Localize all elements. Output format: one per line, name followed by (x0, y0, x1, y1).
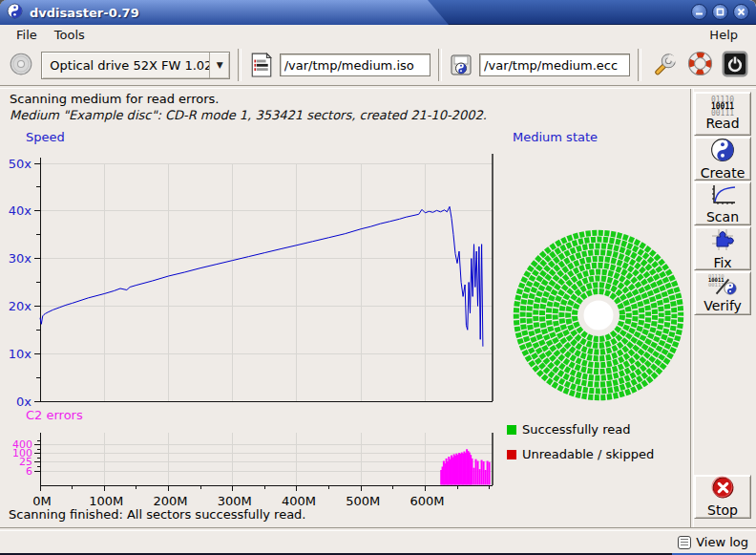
scan-curve-icon (709, 183, 736, 210)
menu-help[interactable]: Help (701, 27, 746, 43)
create-button-label: Create (701, 166, 746, 181)
power-icon (722, 51, 748, 80)
ecc-file-icon (450, 53, 473, 77)
legend-swatch-unreadable (507, 450, 516, 459)
create-button[interactable]: Create (694, 137, 751, 181)
legend-item-unreadable: Unreadable / skipped (507, 447, 654, 461)
menubar: File Tools Help (0, 25, 756, 45)
svg-text:30x: 30x (9, 251, 32, 266)
legend-swatch-success (507, 425, 516, 435)
view-log-button[interactable]: View log (678, 535, 748, 549)
lifebuoy-icon (687, 51, 713, 79)
titlebar[interactable]: dvdisaster-0.79 (0, 0, 756, 25)
app-window: dvdisaster-0.79 File Tools Help (0, 0, 756, 555)
svg-text:0M: 0M (32, 494, 52, 508)
iso-path-input[interactable] (280, 53, 430, 76)
window-title: dvdisaster-0.79 (30, 6, 139, 20)
wrench-icon (652, 52, 677, 79)
client-area: Scanning medium for read errors. Medium … (0, 89, 756, 527)
main-panel: Scanning medium for read errors. Medium … (7, 89, 690, 527)
scan-button-label: Scan (706, 210, 739, 224)
preferences-button[interactable] (649, 50, 679, 80)
svg-text:400: 400 (12, 438, 32, 451)
help-button[interactable] (684, 50, 714, 80)
fix-button[interactable]: Fix (694, 226, 751, 270)
quit-button[interactable] (721, 50, 750, 80)
puzzle-piece-icon (710, 227, 735, 256)
stop-button[interactable]: Stop (694, 475, 751, 519)
legend-label-unreadable: Unreadable / skipped (522, 447, 654, 461)
svg-text:600M: 600M (410, 494, 444, 508)
verify-icon: 01110 10011 00111 (708, 274, 737, 299)
maximize-button[interactable] (712, 4, 728, 20)
ecc-path-input[interactable] (479, 53, 630, 76)
read-bits-icon: 01110 10011 00111 (711, 96, 734, 117)
svg-text:100M: 100M (89, 494, 123, 508)
drive-select-value: Optical drive 52X FW 1.02 (42, 58, 209, 73)
stop-icon (711, 476, 735, 503)
read-button[interactable]: 01110 10011 00111 Read (694, 92, 751, 136)
iso-file-icon (249, 53, 273, 77)
close-button[interactable] (733, 4, 749, 20)
menu-tools[interactable]: Tools (46, 27, 94, 43)
action-sidebar: 01110 10011 00111 Read Create (693, 89, 754, 527)
cd-drive-icon (9, 52, 33, 79)
svg-text:200M: 200M (153, 494, 187, 508)
svg-text:10x: 10x (9, 347, 32, 361)
menu-file[interactable]: File (8, 27, 46, 43)
medium-state-title: Medium state (513, 130, 598, 144)
drive-button[interactable] (6, 50, 35, 80)
drive-select[interactable]: Optical drive 52X FW 1.02 ▼ (41, 52, 230, 79)
title-tab: dvdisaster-0.79 (0, 0, 449, 25)
scan-result-text: Scanning finished: All sectors successfu… (9, 507, 306, 522)
read-button-label: Read (705, 117, 739, 131)
minimize-button[interactable] (691, 4, 707, 20)
toolbar-separator (638, 49, 641, 81)
toolbar: Optical drive 52X FW 1.02 ▼ (0, 45, 756, 85)
svg-text:0x: 0x (16, 395, 32, 409)
svg-text:40x: 40x (9, 203, 32, 218)
toolbar-separator (438, 49, 442, 81)
svg-text:20x: 20x (9, 299, 32, 313)
toolbar-separator (238, 49, 242, 81)
c2-chart-title: C2 errors (26, 408, 83, 422)
log-icon (678, 536, 691, 549)
legend-item-success: Successfully read (507, 422, 630, 437)
verify-button-label: Verify (704, 299, 742, 313)
svg-text:500M: 500M (346, 494, 380, 508)
bottombar: View log (0, 531, 756, 553)
verify-button[interactable]: 01110 10011 00111 Verify (694, 271, 751, 315)
app-yinyang-icon (7, 3, 23, 23)
fix-button-label: Fix (713, 256, 731, 270)
charts-canvas: 0x10x20x30x40x50x6251004000M100M200M300M… (7, 89, 690, 527)
scan-button[interactable]: Scan (694, 181, 751, 225)
legend-label-success: Successfully read (522, 422, 630, 437)
view-log-label: View log (696, 535, 748, 549)
svg-text:300M: 300M (218, 494, 252, 508)
speed-chart-title: Speed (26, 130, 65, 144)
svg-text:50x: 50x (9, 157, 32, 171)
svg-text:400M: 400M (282, 494, 316, 508)
stop-button-label: Stop (707, 503, 738, 518)
yinyang-icon (710, 138, 735, 166)
chevron-down-icon: ▼ (209, 53, 229, 78)
